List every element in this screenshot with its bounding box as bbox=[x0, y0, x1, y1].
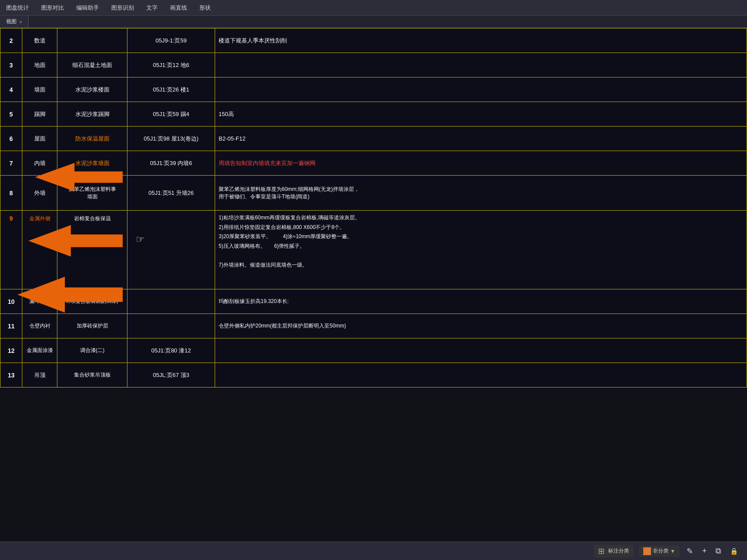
row-num: 5 bbox=[0, 102, 22, 127]
table-row-9: 9 金属外侧 岩棉复合板保温 1)粘培沙浆满板60mm再缓缓板复合岩棉板,璃磁等… bbox=[0, 211, 747, 289]
row-num: 12 bbox=[0, 338, 22, 363]
row-num: 11 bbox=[0, 314, 22, 338]
row-num: 9 bbox=[0, 211, 22, 289]
row-desc: 仓壁外侧私内护20mm(都主层邦保护层断明入至50mm) bbox=[215, 314, 747, 338]
row-name: 聚苯乙烯泡沫塑料事墙面 bbox=[57, 176, 127, 211]
status-bar: ⊞ 标注分类 非分类 ▼ ✎ + ⧉ 🔒 bbox=[0, 542, 747, 560]
row-name: 水泥沙浆楼面 bbox=[57, 77, 127, 102]
table-row: 12 金属面涂漆 调合漆(二) 05J1:页80 漆12 bbox=[0, 338, 747, 363]
row-num: 4 bbox=[0, 77, 22, 102]
row-category: 内墙 bbox=[22, 151, 57, 176]
tab-bar: 视图 × bbox=[0, 16, 747, 28]
row-ref: 05J1:页59 踢4 bbox=[127, 102, 215, 127]
copy-button[interactable]: ⧉ bbox=[714, 546, 723, 556]
row-desc: 玛酚刮板缘玉折高19.320本长: bbox=[215, 289, 747, 314]
color-label: 非分类 bbox=[653, 547, 669, 555]
row-num: 3 bbox=[0, 53, 22, 77]
row-ref bbox=[127, 314, 215, 338]
row-name: 水泥沙浆墙面 bbox=[57, 151, 127, 176]
row-ref: 05J1:页98 屋13(卷边) bbox=[127, 127, 215, 151]
table-row: 13 吊顶 集合砂浆吊顶板 05JL:页67 顶3 bbox=[0, 363, 747, 387]
row-category: 踢脚 bbox=[22, 102, 57, 127]
toolbar-item-recognize[interactable]: 图形识别 bbox=[109, 3, 137, 13]
row-name: 细石混凝土地面 bbox=[57, 53, 127, 77]
row-category: 金属面涂漆 bbox=[22, 338, 57, 363]
data-table: 2 数道 05J9-1:页59 楼道下规基人季本厌性刮削 3 地面 细石混凝土地… bbox=[0, 28, 747, 387]
row-desc bbox=[215, 77, 747, 102]
row-category: 墙面 bbox=[22, 77, 57, 102]
color-badge[interactable]: 非分类 ▼ bbox=[639, 546, 680, 557]
toolbar-item-statistics[interactable]: 图盘统计 bbox=[4, 3, 32, 13]
row-ref: 05J1:页51 升墙26 bbox=[127, 176, 215, 211]
table-row: 11 仓壁内衬 加厚砖保护层 仓壁外侧私内护20mm(都主层邦保护层断明入至50… bbox=[0, 314, 747, 338]
row-num: 13 bbox=[0, 363, 22, 387]
lock-button[interactable]: 🔒 bbox=[728, 546, 740, 556]
toolbar-item-shape[interactable]: 形状 bbox=[197, 3, 213, 13]
row-ref: 05J1:页12 地6 bbox=[127, 53, 215, 77]
toolbar-item-edit-helper[interactable]: 编辑助手 bbox=[74, 3, 102, 13]
tab-label: 视图 bbox=[6, 18, 17, 25]
row-desc bbox=[215, 338, 747, 363]
table-row: 5 踢脚 水泥沙浆踢脚 05J1:页59 踢4 150高 bbox=[0, 102, 747, 127]
classify-badge: ⊞ 标注分类 bbox=[594, 545, 634, 558]
dropdown-arrow-icon[interactable]: ▼ bbox=[670, 548, 676, 554]
row-category: 地面 bbox=[22, 53, 57, 77]
row-ref bbox=[127, 289, 215, 314]
color-box bbox=[643, 547, 651, 555]
row-category: 仓壁内衬 bbox=[22, 314, 57, 338]
row-name: 集合砂浆吊顶板 bbox=[57, 363, 127, 387]
row-ref: 05J9-1:页59 bbox=[127, 28, 215, 53]
row-ref: 05J1:页39 内墙6 bbox=[127, 151, 215, 176]
row-name bbox=[57, 28, 127, 53]
toolbar-item-drawline[interactable]: 画直线 bbox=[167, 3, 190, 13]
row-desc: 聚苯乙烯泡沫塑料板厚度为60mm;细网格网(无龙)拌墙涂层，用于被锄们、令事室是… bbox=[215, 176, 747, 211]
row-desc: 楼道下规基人季本厌性刮削 bbox=[215, 28, 747, 53]
table-row: 10 漏斗衬材 环坝复合玻璃钢板(30厚) 玛酚刮板缘玉折高19.320本长: bbox=[0, 289, 747, 314]
row-category: 外墙 bbox=[22, 176, 57, 211]
table-row: 4 墙面 水泥沙浆楼面 05J1:页26 楼1 bbox=[0, 77, 747, 102]
row-category: 屋面 bbox=[22, 127, 57, 151]
tab-view[interactable]: 视图 × bbox=[0, 16, 28, 28]
toolbar-item-text[interactable]: 文字 bbox=[144, 3, 160, 13]
row-category: 吊顶 bbox=[22, 363, 57, 387]
row-ref: 05J1:页80 漆12 bbox=[127, 338, 215, 363]
row-name: 调合漆(二) bbox=[57, 338, 127, 363]
row-name: 防水保温屋面 bbox=[57, 127, 127, 151]
row-category: 数道 bbox=[22, 28, 57, 53]
row-name: 加厚砖保护层 bbox=[57, 314, 127, 338]
tab-close[interactable]: × bbox=[19, 19, 22, 25]
row-num: 8 bbox=[0, 176, 22, 211]
edit-button[interactable]: ✎ bbox=[685, 546, 695, 557]
row-ref bbox=[127, 211, 215, 289]
row-desc: 150高 bbox=[215, 102, 747, 127]
classify-label: 标注分类 bbox=[608, 547, 629, 555]
table-row: 3 地面 细石混凝土地面 05J1:页12 地6 bbox=[0, 53, 747, 77]
row-category: 漏斗衬材 bbox=[22, 289, 57, 314]
add-button[interactable]: + bbox=[700, 546, 708, 556]
table-container: 2 数道 05J9-1:页59 楼道下规基人季本厌性刮削 3 地面 细石混凝土地… bbox=[0, 28, 747, 560]
row-desc-red: 周填告知制室内墙填充来宾加一遍钢网 bbox=[215, 151, 747, 176]
row-desc: B2-05-F12 bbox=[215, 127, 747, 151]
row-ref: 05J1:页26 楼1 bbox=[127, 77, 215, 102]
row-num: 6 bbox=[0, 127, 22, 151]
row-desc bbox=[215, 53, 747, 77]
row-desc bbox=[215, 363, 747, 387]
table-row: 6 屋面 防水保温屋面 05J1:页98 屋13(卷边) B2-05-F12 bbox=[0, 127, 747, 151]
row-ref: 05JL:页67 顶3 bbox=[127, 363, 215, 387]
toolbar-item-compare[interactable]: 图形对比 bbox=[39, 3, 67, 13]
row-name: 环坝复合玻璃钢板(30厚) bbox=[57, 289, 127, 314]
grid-icon: ⊞ bbox=[598, 546, 605, 556]
main-area: 2 数道 05J9-1:页59 楼道下规基人季本厌性刮削 3 地面 细石混凝土地… bbox=[0, 28, 747, 560]
table-row: 8 外墙 聚苯乙烯泡沫塑料事墙面 05J1:页51 升墙26 聚苯乙烯泡沫塑料板… bbox=[0, 176, 747, 211]
row-num: 10 bbox=[0, 289, 22, 314]
row-num: 2 bbox=[0, 28, 22, 53]
row-category: 金属外侧 bbox=[22, 211, 57, 289]
toolbar: 图盘统计 图形对比 编辑助手 图形识别 文字 画直线 形状 bbox=[0, 0, 747, 16]
row-name: 水泥沙浆踢脚 bbox=[57, 102, 127, 127]
row-desc-multi: 1)粘培沙浆满板60mm再缓缓板复合岩棉板,璃磁等道涂灰层。 2)用排纸片惊垫固… bbox=[215, 211, 747, 289]
table-row: 7 内墙 水泥沙浆墙面 05J1:页39 内墙6 周填告知制室内墙填充来宾加一遍… bbox=[0, 151, 747, 176]
table-row: 2 数道 05J9-1:页59 楼道下规基人季本厌性刮削 bbox=[0, 28, 747, 53]
row-num: 7 bbox=[0, 151, 22, 176]
row-name: 岩棉复合板保温 bbox=[57, 211, 127, 289]
